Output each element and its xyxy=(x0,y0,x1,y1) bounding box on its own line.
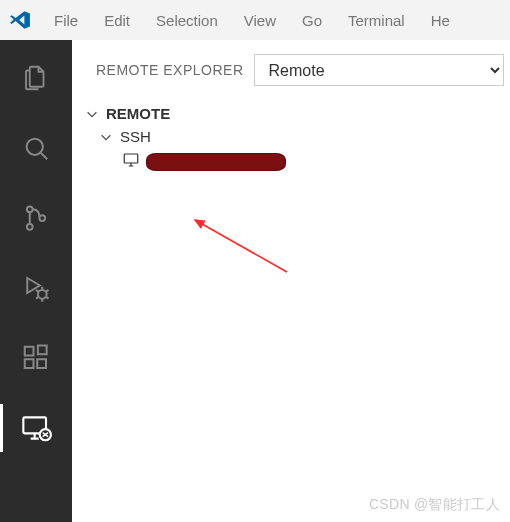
activity-bar xyxy=(0,40,72,522)
svg-point-0 xyxy=(27,139,43,155)
menubar: File Edit Selection View Go Terminal He xyxy=(0,0,510,40)
svg-rect-5 xyxy=(25,347,34,356)
tree-group-ssh[interactable]: SSH xyxy=(80,125,502,148)
chevron-down-icon xyxy=(84,106,100,122)
files-icon xyxy=(21,63,51,93)
svg-point-2 xyxy=(27,224,33,230)
remote-explorer-icon xyxy=(20,412,52,444)
activity-run-debug[interactable] xyxy=(0,264,72,312)
svg-point-4 xyxy=(38,290,47,299)
vscode-logo-icon xyxy=(8,8,32,32)
search-icon xyxy=(21,133,51,163)
svg-rect-7 xyxy=(37,359,46,368)
activity-remote-explorer[interactable] xyxy=(0,404,72,452)
menu-edit[interactable]: Edit xyxy=(94,8,140,33)
tree-group-ssh-label: SSH xyxy=(120,128,151,145)
tree-host-item[interactable] xyxy=(80,148,502,175)
activity-source-control[interactable] xyxy=(0,194,72,242)
svg-line-12 xyxy=(195,220,287,272)
chevron-down-icon xyxy=(98,129,114,145)
menu-selection[interactable]: Selection xyxy=(146,8,228,33)
menu-file[interactable]: File xyxy=(44,8,88,33)
activity-extensions[interactable] xyxy=(0,334,72,382)
menu-terminal[interactable]: Terminal xyxy=(338,8,415,33)
tree-section-remote[interactable]: REMOTE xyxy=(80,102,502,125)
annotation-arrow xyxy=(137,172,297,282)
tree-section-remote-label: REMOTE xyxy=(106,105,170,122)
svg-point-1 xyxy=(27,206,33,212)
svg-rect-11 xyxy=(124,154,138,163)
svg-rect-8 xyxy=(38,346,47,355)
menu-help[interactable]: He xyxy=(421,8,460,33)
activity-explorer[interactable] xyxy=(0,54,72,102)
remote-tree: REMOTE SSH xyxy=(72,94,510,175)
monitor-icon xyxy=(122,151,140,172)
menu-view[interactable]: View xyxy=(234,8,286,33)
menu-go[interactable]: Go xyxy=(292,8,332,33)
run-debug-icon xyxy=(21,273,51,303)
remote-type-dropdown[interactable]: Remote xyxy=(254,54,504,86)
svg-rect-6 xyxy=(25,359,34,368)
sidebar-title: REMOTE EXPLORER xyxy=(96,62,244,78)
redacted-hostname xyxy=(146,153,286,171)
extensions-icon xyxy=(21,343,51,373)
watermark: CSDN @智能打工人 xyxy=(369,496,500,514)
sidebar-remote-explorer: REMOTE EXPLORER Remote REMOTE xyxy=(72,40,510,522)
source-control-icon xyxy=(21,203,51,233)
activity-search[interactable] xyxy=(0,124,72,172)
